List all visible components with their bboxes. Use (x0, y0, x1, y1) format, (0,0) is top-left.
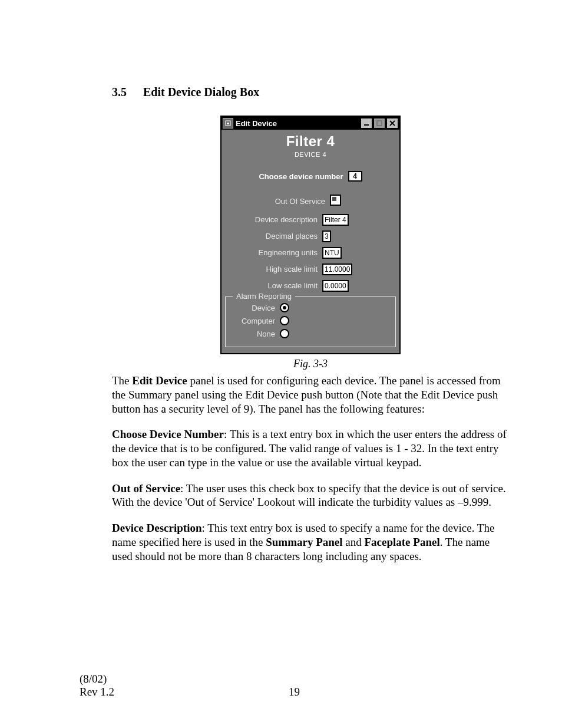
out-of-service-label: Out Of Service (225, 197, 325, 206)
choose-device-label: Choose device number (259, 172, 343, 181)
alarm-option-none-radio[interactable] (280, 329, 289, 338)
window-title: Edit Device (236, 119, 359, 128)
device-number-input[interactable]: 4 (348, 171, 362, 182)
device-description-label: Device description (225, 215, 318, 224)
alarm-option-computer-label: Computer (230, 317, 275, 325)
section-heading: 3.5 Edit Device Dialog Box (112, 85, 509, 99)
svg-rect-3 (377, 121, 382, 126)
low-scale-label: Low scale limit (225, 281, 318, 290)
edit-device-dialog: Edit Device Filter 4 DEVICE 4 Choose dev… (220, 116, 401, 354)
engineering-units-input[interactable]: NTU (322, 247, 342, 259)
alarm-option-none-label: None (230, 330, 275, 338)
body-text: The Edit Device panel is used for config… (112, 374, 509, 563)
alarm-option-computer-radio[interactable] (280, 316, 289, 325)
decimal-places-input[interactable]: 3 (322, 230, 331, 242)
minimize-button[interactable] (361, 118, 372, 129)
decimal-places-label: Decimal places (225, 232, 318, 241)
figure-caption: Fig. 3-3 (112, 358, 509, 370)
engineering-units-label: Engineering units (225, 248, 318, 257)
footer-date: (8/02) (80, 673, 509, 686)
intro-paragraph: The Edit Device panel is used for config… (112, 374, 509, 416)
page-footer: (8/02) Rev 1.2 19 (80, 673, 509, 699)
alarm-option-device-radio[interactable] (280, 303, 289, 312)
app-icon (223, 118, 233, 129)
low-scale-input[interactable]: 0.0000 (322, 280, 349, 292)
out-of-service-paragraph: Out of Service: The user uses this check… (112, 482, 509, 510)
dialog-heading: Filter 4 (225, 133, 396, 150)
alarm-reporting-group: Alarm Reporting Device Computer None (225, 297, 396, 347)
high-scale-input[interactable]: 11.0000 (322, 263, 352, 275)
device-description-paragraph: Device Description: This text entry box … (112, 521, 509, 563)
section-number: 3.5 (112, 85, 140, 99)
device-description-input[interactable]: Filter 4 (322, 214, 349, 226)
titlebar: Edit Device (222, 117, 399, 130)
alarm-option-device-label: Device (230, 304, 275, 312)
high-scale-label: High scale limit (225, 265, 318, 274)
section-title: Edit Device Dialog Box (143, 85, 259, 98)
choose-device-paragraph: Choose Device Number: This is a text ent… (112, 427, 509, 469)
alarm-reporting-legend: Alarm Reporting (233, 292, 295, 301)
maximize-button[interactable] (373, 118, 385, 129)
svg-rect-1 (227, 123, 229, 124)
footer-page-number: 19 (80, 686, 509, 699)
dialog-subheading: DEVICE 4 (225, 151, 396, 158)
close-button[interactable] (386, 118, 398, 129)
svg-rect-2 (364, 124, 369, 126)
out-of-service-checkbox[interactable] (330, 195, 341, 206)
